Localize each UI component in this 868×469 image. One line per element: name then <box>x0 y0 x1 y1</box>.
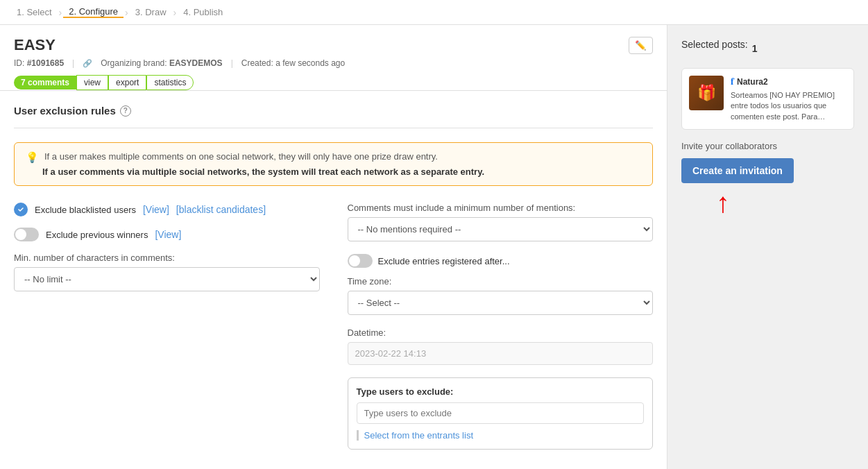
card-brand: Organizing brand: EASYDEMOS <box>101 58 222 68</box>
content-area: EASY ✏️ ID: #1091685 | 🔗 Organizing bran… <box>0 25 667 469</box>
card-created-value: a few seconds ago <box>275 58 345 68</box>
right-sidebar: Selected posts: 1 🎁 𝐟 Natura2 Sorteamos … <box>667 25 868 469</box>
card-tags: 7 comments view export statistics <box>14 75 653 90</box>
nav-step-draw[interactable]: 3. Draw <box>130 7 172 17</box>
export-tag-button[interactable]: export <box>108 75 146 90</box>
exclude-after-toggle[interactable] <box>348 254 373 268</box>
create-invitation-button[interactable]: Create an invitation <box>681 158 794 183</box>
left-form-col: Exclude blacklisted users [View] [blackl… <box>14 203 320 450</box>
type-users-input[interactable] <box>357 402 645 424</box>
form-columns: Exclude blacklisted users [View] [blackl… <box>14 203 653 450</box>
type-users-title: Type users to exclude: <box>357 386 645 397</box>
invite-label: Invite your collaborators <box>681 141 854 151</box>
post-brand-name: Natura2 <box>737 77 768 87</box>
invite-section: Invite your collaborators Create an invi… <box>681 141 854 216</box>
blacklist-candidates-link[interactable]: [blacklist candidates] <box>176 204 266 215</box>
nav-arrow-2: › <box>125 7 128 18</box>
exclude-winners-label: Exclude previous winners <box>46 230 148 240</box>
nav-step-publish[interactable]: 4. Publish <box>178 7 228 17</box>
top-nav: 1. Select › 2. Configure › 3. Draw › 4. … <box>0 0 868 25</box>
card-id-label: ID: #1091685 <box>14 58 64 68</box>
section-title: User exclusion rules ? <box>14 105 653 117</box>
mentions-group: Comments must include a minimum number o… <box>348 203 654 241</box>
config-section: User exclusion rules ? 💡 If a user makes… <box>0 91 667 463</box>
nav-step-configure[interactable]: 2. Configure <box>63 6 124 18</box>
card-header: EASY ✏️ ID: #1091685 | 🔗 Organizing bran… <box>0 25 667 91</box>
min-chars-select[interactable]: -- No limit -- <box>14 267 320 291</box>
nav-arrow-1: › <box>59 7 62 18</box>
blacklisted-toggle[interactable] <box>14 203 28 216</box>
alert-line2: If a user comments via multiple social n… <box>26 167 641 177</box>
min-chars-label: Min. number of characters in comments: <box>14 253 320 263</box>
exclude-after-toggle-knob <box>349 255 360 266</box>
nav-arrow-3: › <box>173 7 177 18</box>
selected-posts-label: Selected posts: <box>681 39 748 50</box>
winners-toggle[interactable] <box>14 228 39 241</box>
red-up-arrow-icon: ↑ <box>716 189 730 216</box>
view-winners-link[interactable]: [View] <box>155 229 181 240</box>
facebook-icon: 𝐟 <box>731 76 734 87</box>
alert-box: 💡 If a user makes multiple comments on o… <box>14 142 653 186</box>
mentions-select[interactable]: -- No mentions required -- <box>348 217 654 241</box>
card-brand-value: EASYDEMOS <box>169 58 223 68</box>
min-chars-group: Min. number of characters in comments: -… <box>14 253 320 291</box>
edit-button[interactable]: ✏️ <box>629 37 653 54</box>
post-text: Sorteamos [NO HAY PREMIO] entre todos lo… <box>731 90 846 122</box>
nav-step-select[interactable]: 1. Select <box>11 7 58 17</box>
post-brand-row: 𝐟 Natura2 <box>731 76 846 87</box>
red-arrow-container: ↑ <box>681 189 854 216</box>
exclude-blacklisted-label: Exclude blacklisted users <box>35 205 136 215</box>
alert-line1: If a user makes multiple comments on one… <box>44 151 438 162</box>
selected-posts-count: 1 <box>752 43 758 54</box>
card-title: EASY <box>14 36 56 54</box>
view-tag-button[interactable]: view <box>76 75 108 90</box>
timezone-group: Time zone: -- Select -- <box>348 276 654 315</box>
exclude-after-label: Exclude entries registered after... <box>378 256 510 266</box>
statistics-tag-button[interactable]: statistics <box>146 75 194 90</box>
type-users-box: Type users to exclude: Select from the e… <box>348 377 654 450</box>
datetime-input[interactable] <box>348 342 654 365</box>
mentions-label: Comments must include a minimum number o… <box>348 203 654 213</box>
card-id-value: #1091685 <box>27 58 64 68</box>
timezone-label: Time zone: <box>348 276 654 287</box>
help-icon[interactable]: ? <box>120 105 131 117</box>
card-created: Created: a few seconds ago <box>241 58 345 68</box>
datetime-label: Datetime: <box>348 327 654 338</box>
selected-post-card: 🎁 𝐟 Natura2 Sorteamos [NO HAY PREMIO] en… <box>681 68 854 130</box>
divider <box>14 128 653 128</box>
timezone-select[interactable]: -- Select -- <box>348 291 654 315</box>
bulb-icon: 💡 <box>26 151 39 164</box>
right-form-col: Comments must include a minimum number o… <box>348 203 654 450</box>
card-meta: ID: #1091685 | 🔗 Organizing brand: EASYD… <box>14 58 653 68</box>
post-info: 𝐟 Natura2 Sorteamos [NO HAY PREMIO] entr… <box>731 76 846 122</box>
view-blacklist-link[interactable]: [View] <box>143 204 169 215</box>
comments-badge: 7 comments <box>14 76 76 89</box>
exclude-winners-row: Exclude previous winners [View] <box>14 228 320 241</box>
exclude-after-row: Exclude entries registered after... <box>348 254 654 268</box>
winners-toggle-knob <box>15 229 26 240</box>
exclude-blacklisted-row: Exclude blacklisted users [View] [blackl… <box>14 203 320 216</box>
select-entrants-link[interactable]: Select from the entrants list <box>357 430 474 441</box>
lock-icon: 🔗 <box>83 59 92 68</box>
post-thumbnail: 🎁 <box>689 76 724 110</box>
datetime-group: Datetime: <box>348 327 654 365</box>
main-layout: EASY ✏️ ID: #1091685 | 🔗 Organizing bran… <box>0 25 868 469</box>
